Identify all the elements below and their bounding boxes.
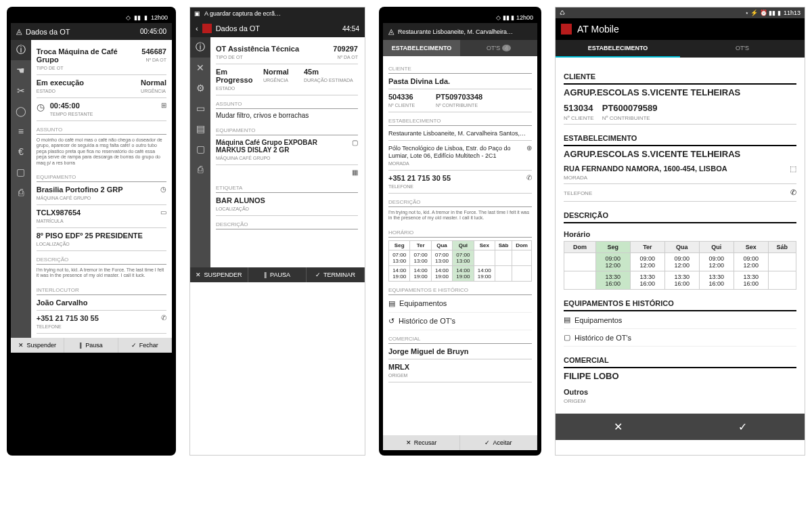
suspend-button-2[interactable]: ✕ SUSPENDER [190, 267, 248, 282]
chat-icon[interactable]: ◯ [11, 101, 31, 121]
back-icon[interactable]: ‹ [196, 24, 198, 32]
section-cliente: CLIENTE [388, 63, 532, 74]
pause-button-2[interactable]: ‖ PAUSA [248, 267, 307, 282]
phone-label: TELEFONE [388, 184, 413, 189]
status-bar-4: ♺ ⋆ ⚡ ⏰ ▮▮ ▮11h13 [556, 7, 805, 18]
section-assunto: ASSUNTO [37, 124, 166, 135]
phone: +351 21 715 30 55 [388, 174, 451, 182]
est-name-4: AGRUP.ESCOLAS S.VICENTE TELHEIRAS [564, 146, 796, 162]
origem-4: Outros [564, 388, 588, 396]
doc-icon[interactable]: ▢ [11, 162, 31, 182]
sidebar-2: ⓘ ✕ ⚙ ▭ ▤ ▢ ⎙ [190, 37, 210, 267]
cliente-name-4: AGRUP.ESCOLAS S.VICENTE TELHEIRAS [564, 85, 796, 100]
tabs-4: ESTABELECIMENTO OT'S [556, 40, 805, 58]
recycle-icon: ♺ [560, 9, 565, 16]
tab-estabelecimento[interactable]: ESTABELECIMENTO [383, 40, 460, 56]
clipboard-icon[interactable]: ▢ [190, 139, 210, 159]
check-icon[interactable]: ✓ [680, 414, 805, 440]
sect-equip-hist-4: EQUIPAMENTOS E HISTÓRICO [564, 296, 796, 311]
desc-text: I'm trying not to, kid. A tremor in the … [37, 265, 166, 282]
logo-icon: ◬ [16, 27, 22, 36]
page-title-2: Dados da OT [216, 24, 260, 32]
print-icon[interactable]: ⎙ [190, 159, 210, 179]
etiqueta-label: LOCALIZAÇÃO [216, 206, 249, 211]
schedule-table-4: DomSegTerQuaQuiSexSáb09:0012:0009:0012:0… [564, 241, 796, 290]
phone-icon-4[interactable]: ✆ [790, 188, 796, 197]
wifi-icon: ◇ [126, 14, 131, 21]
close-button[interactable]: ✓ Fechar [118, 338, 172, 353]
contrib-label: Nº CONTRIBUINTE [436, 103, 478, 108]
urgency: Normal [141, 79, 166, 87]
app-title: AT Mobile [577, 24, 619, 35]
equip-link[interactable]: ▤Equipamentos [388, 295, 532, 313]
tab-ots[interactable]: OT's 4 [460, 40, 537, 56]
reject-button[interactable]: ✕ Recusar [383, 435, 460, 450]
suspend-button[interactable]: ✕ Suspender [11, 338, 64, 353]
origem-label-4: ORIGEM [564, 398, 585, 404]
map-icon[interactable]: ⬚ [790, 164, 796, 181]
finish-button[interactable]: ✓ TERMINAR [307, 267, 365, 282]
calendar-icon[interactable]: ▢ [344, 139, 358, 146]
scissors-icon[interactable]: ✂ [11, 81, 31, 101]
clock-action[interactable]: ◷ [153, 185, 166, 193]
hist-link[interactable]: ↺Histórico de OT's [388, 313, 532, 330]
settings-icon[interactable]: ⚙ [190, 78, 210, 98]
etiqueta: BAR ALUNOS [216, 196, 265, 204]
section-inter: INTERLOCUTOR [37, 284, 166, 295]
origem: MRLX [388, 363, 409, 371]
section-est: ESTABELECIMENTO [388, 115, 532, 126]
clipboard-icon: ▤ [388, 299, 395, 308]
pause-button[interactable]: ‖ Pausa [64, 338, 118, 353]
horario-h-4: Horário [564, 223, 796, 238]
contrib: PT509703348 [436, 93, 482, 101]
close-icon[interactable]: ✕ [556, 414, 680, 440]
section-desc: DESCRIÇÃO [37, 254, 166, 265]
accept-button[interactable]: ✓ Aceitar [460, 435, 537, 450]
image-icon: ▣ [194, 10, 200, 17]
title-bar: ◬ Dados da OT 00:45:00 [11, 23, 172, 40]
hand-icon[interactable]: ☚ [11, 60, 31, 81]
ot-name: Troca Máquina de Café Grupo [37, 47, 118, 64]
inter-phone-label: TELEFONE [37, 324, 62, 329]
add-button[interactable]: ⊞ [153, 102, 166, 109]
euro-icon[interactable]: € [11, 141, 31, 162]
status-time-4: 11h13 [784, 9, 800, 16]
tools-icon[interactable]: ✕ [190, 58, 210, 78]
location-label: LOCALIZAÇÃO [37, 242, 70, 246]
assunto-text-2: Mudar filtro, crivos e borrachas [216, 109, 358, 122]
tab-est-4[interactable]: ESTABELECIMENTO [556, 40, 680, 58]
equip-name: Brasilia Portofino 2 GRP [37, 185, 123, 194]
info-icon[interactable]: ⓘ [11, 40, 31, 60]
cliente-num-label: Nº CLIENTE [388, 103, 415, 108]
inter-phone: +351 21 715 30 55 [37, 314, 99, 322]
print-icon[interactable]: ⎙ [11, 182, 31, 202]
tab-ots-4[interactable]: OT'S [680, 40, 805, 58]
status-bar-3: ◇ ▮▮ ▮ 12h00 [383, 12, 537, 23]
tabs-3: ESTABELECIMENTO OT's 4 [383, 40, 537, 56]
equip-label-2: MÁQUINA CAFÉ GRUPO [216, 156, 271, 160]
card-icon[interactable]: ▭ [153, 208, 166, 216]
info-icon[interactable]: ⓘ [190, 37, 210, 58]
phone-icon[interactable]: ✆ [518, 174, 532, 181]
equip-link-4[interactable]: ▤Equipamentos [564, 311, 796, 329]
address-label-4: MORADA [564, 175, 587, 181]
contrib-label-4: Nº CONTRIBUINTE [602, 115, 650, 121]
address-label: MORADA [388, 161, 409, 166]
hist-link-4[interactable]: ▢Histórico de OT's [564, 329, 796, 347]
contrib-4: PT600079589 [602, 100, 658, 116]
list-icon[interactable]: ≡ [11, 121, 31, 141]
logo-icon [202, 24, 212, 33]
cliente-num-label-4: Nº CLIENTE [564, 115, 594, 121]
globe-icon[interactable]: ⊕ [518, 144, 532, 152]
status-bar: ◇ ▮▮ ▮ 12h00 [11, 12, 172, 23]
sidebar: ⓘ ☚ ✂ ◯ ≡ € ▢ ⎙ [11, 40, 31, 338]
state: Em execução [37, 79, 84, 87]
doc-icon[interactable]: ▤ [190, 118, 210, 139]
phone-icon[interactable]: ✆ [153, 314, 166, 322]
origem-label: ORIGEM [388, 373, 407, 378]
chat-icon[interactable]: ▭ [190, 98, 210, 118]
timer-label: TEMPO RESTANTE [50, 112, 93, 116]
title-bar-4: AT Mobile [556, 18, 805, 40]
state-2: Em Progresso [216, 68, 252, 84]
qr-icon[interactable]: ▦ [344, 169, 358, 176]
